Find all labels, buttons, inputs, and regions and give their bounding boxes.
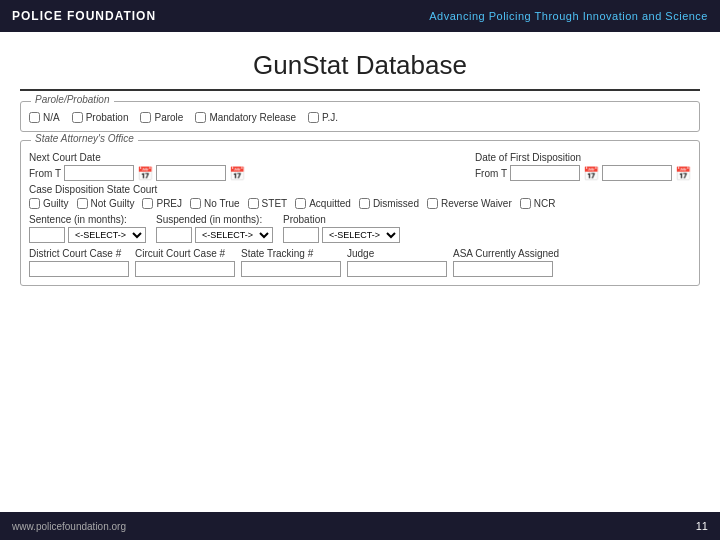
sentence-group: Sentence (in months): <-SELECT-> [29,214,146,243]
page-header: POLICE FOUNDATION Advancing Policing Thr… [0,0,720,32]
parole-checkbox-pj: P.J. [308,112,338,123]
next-court-date-group: Next Court Date From T 📅 📅 [29,152,245,181]
disp-stet: STET [248,198,288,209]
disposition-from-input[interactable] [510,165,580,181]
disposition-checkbox-row: Guilty Not Guilty PREJ No True STET Acqu… [29,198,691,209]
sentence-select[interactable]: <-SELECT-> [68,227,146,243]
main-content: Parole/Probation N/A Probation Parole Ma… [0,91,720,296]
disp-reverse-waiver: Reverse Waiver [427,198,512,209]
next-court-date-inputs: From T 📅 📅 [29,165,245,181]
asa-field: ASA Currently Assigned [453,248,559,277]
disposition-from-calendar-icon[interactable]: 📅 [583,167,599,180]
page-title: GunStat Database [20,50,700,81]
asa-input[interactable] [453,261,553,277]
sentence-row: Sentence (in months): <-SELECT-> Suspend… [29,214,691,243]
page-footer: www.policefoundation.org 11 [0,512,720,540]
suspended-group: Suspended (in months): <-SELECT-> [156,214,273,243]
suspended-label: Suspended (in months): [156,214,273,225]
judge-label: Judge [347,248,447,259]
next-court-label: Next Court Date [29,152,245,163]
disp-ncr: NCR [520,198,556,209]
disposition-to-input[interactable] [602,165,672,181]
disp-prej: PREJ [142,198,182,209]
parole-section-label: Parole/Probation [31,94,114,105]
checkbox-no-true[interactable] [190,198,201,209]
circuit-court-label: Circuit Court Case # [135,248,235,259]
disp-acquitted: Acquitted [295,198,351,209]
checkbox-pj[interactable] [308,112,319,123]
district-court-field: District Court Case # [29,248,129,277]
judge-field: Judge [347,248,447,277]
court-date-to-calendar-icon[interactable]: 📅 [229,167,245,180]
bottom-fields-row: District Court Case # Circuit Court Case… [29,248,691,277]
suspended-input[interactable] [156,227,192,243]
court-date-to-input[interactable] [156,165,226,181]
circuit-court-input[interactable] [135,261,235,277]
footer-page-number: 11 [696,520,708,532]
checkbox-stet[interactable] [248,198,259,209]
parole-checkbox-na: N/A [29,112,60,123]
parole-checkbox-row: N/A Probation Parole Mandatory Release P… [29,112,691,123]
court-date-calendar-icon[interactable]: 📅 [137,167,153,180]
checkbox-not-guilty[interactable] [77,198,88,209]
checkbox-mandatory-release[interactable] [195,112,206,123]
checkbox-acquitted[interactable] [295,198,306,209]
sentence-label: Sentence (in months): [29,214,146,225]
checkbox-reverse-waiver[interactable] [427,198,438,209]
suspended-select[interactable]: <-SELECT-> [195,227,273,243]
checkbox-probation[interactable] [72,112,83,123]
state-tracking-input[interactable] [241,261,341,277]
state-tracking-field: State Tracking # [241,248,341,277]
judge-input[interactable] [347,261,447,277]
checkbox-guilty[interactable] [29,198,40,209]
district-court-input[interactable] [29,261,129,277]
disp-no-true: No True [190,198,240,209]
sa-section-label: State Attorney's Office [31,133,138,144]
parole-section: Parole/Probation N/A Probation Parole Ma… [20,101,700,132]
sa-section: State Attorney's Office Next Court Date … [20,140,700,286]
disp-dismissed: Dismissed [359,198,419,209]
court-date-row: Next Court Date From T 📅 📅 Date of First… [29,152,691,181]
probation-input[interactable] [283,227,319,243]
checkbox-dismissed[interactable] [359,198,370,209]
disposition-to-calendar-icon[interactable]: 📅 [675,167,691,180]
court-date-from-input[interactable] [64,165,134,181]
footer-url: www.policefoundation.org [12,521,126,532]
title-area: GunStat Database [20,32,700,91]
tagline: Advancing Policing Through Innovation an… [429,10,708,22]
probation-label: Probation [283,214,400,225]
parole-checkbox-probation: Probation [72,112,129,123]
first-disposition-group: Date of First Disposition From T 📅 📅 [475,152,691,181]
first-disposition-label: Date of First Disposition [475,152,691,163]
probation-group: Probation <-SELECT-> [283,214,400,243]
checkbox-parole[interactable] [140,112,151,123]
state-tracking-label: State Tracking # [241,248,341,259]
sentence-input[interactable] [29,227,65,243]
org-name: POLICE FOUNDATION [12,9,156,23]
checkbox-na[interactable] [29,112,40,123]
checkbox-ncr[interactable] [520,198,531,209]
disp-guilty: Guilty [29,198,69,209]
checkbox-prej[interactable] [142,198,153,209]
case-disposition-label: Case Disposition State Court [29,184,691,195]
district-court-label: District Court Case # [29,248,129,259]
parole-checkbox-mandatory: Mandatory Release [195,112,296,123]
first-disposition-inputs: From T 📅 📅 [475,165,691,181]
parole-checkbox-parole: Parole [140,112,183,123]
circuit-court-field: Circuit Court Case # [135,248,235,277]
probation-select[interactable]: <-SELECT-> [322,227,400,243]
asa-label: ASA Currently Assigned [453,248,559,259]
disp-not-guilty: Not Guilty [77,198,135,209]
